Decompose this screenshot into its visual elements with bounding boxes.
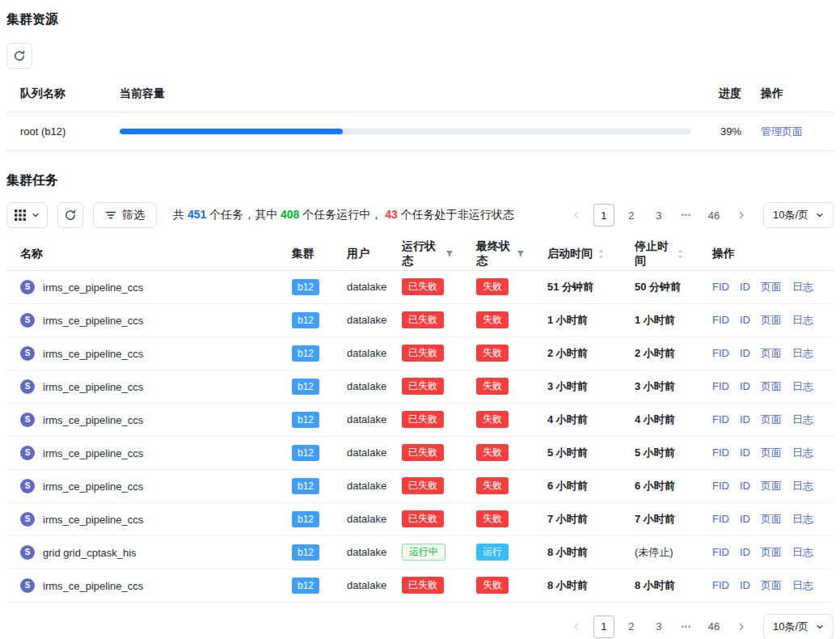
pagination-page-1[interactable]: 1 — [593, 204, 614, 226]
pagination-ellipsis[interactable]: ••• — [676, 204, 697, 226]
manage-page-link[interactable]: 管理页面 — [761, 125, 803, 138]
task-row: Sirms_ce_pipeline_ccs b12 datalake 已失败 失… — [6, 270, 834, 303]
user-col-header: 用户 — [333, 238, 388, 270]
fid-link[interactable]: FID — [712, 579, 729, 591]
final-status-badge: 运行 — [476, 544, 509, 561]
page-size-select[interactable]: 10条/页 — [763, 202, 834, 228]
resources-refresh-button[interactable] — [6, 43, 32, 69]
fid-link[interactable]: FID — [712, 446, 729, 459]
layout-dropdown-button[interactable] — [6, 202, 48, 228]
queue-capacity-fill — [120, 129, 343, 134]
page-link[interactable]: 页面 — [761, 380, 782, 392]
pagination-ellipsis[interactable]: ••• — [676, 616, 697, 638]
task-row: Sirms_ce_pipeline_ccs b12 datalake 已失败 失… — [6, 436, 834, 469]
pagination-page-3[interactable]: 3 — [648, 204, 669, 226]
name-col-label: 名称 — [20, 247, 43, 260]
start-time: 51 分钟前 — [547, 281, 593, 293]
id-link[interactable]: ID — [740, 480, 750, 492]
task-name: grid grid_cptask_his — [43, 546, 137, 558]
id-link[interactable]: ID — [740, 314, 750, 326]
spark-avatar-icon: S — [20, 578, 35, 593]
id-link[interactable]: ID — [740, 413, 750, 425]
log-link[interactable]: 日志 — [792, 380, 813, 392]
filter-funnel-icon[interactable] — [445, 249, 454, 259]
log-link[interactable]: 日志 — [792, 413, 813, 425]
actions-col-header: 操作 — [692, 238, 834, 270]
final-status-badge: 失败 — [476, 311, 509, 328]
spark-avatar-icon: S — [20, 313, 35, 328]
fid-link[interactable]: FID — [712, 347, 729, 359]
final-status-badge: 失败 — [476, 577, 509, 594]
task-table: 名称 集群 用户 运行状态 最终状态 — [6, 238, 834, 603]
cluster-col-label: 集群 — [292, 247, 314, 260]
sort-icon[interactable] — [677, 248, 684, 260]
fid-link[interactable]: FID — [712, 546, 729, 558]
log-link[interactable]: 日志 — [792, 281, 813, 293]
fid-link[interactable]: FID — [712, 314, 729, 326]
log-link[interactable]: 日志 — [792, 314, 813, 326]
page-link[interactable]: 页面 — [761, 579, 782, 591]
pagination-next-button[interactable] — [731, 616, 752, 638]
pagination-page-2[interactable]: 2 — [621, 616, 642, 638]
page-size-select[interactable]: 10条/页 — [763, 614, 834, 639]
id-link[interactable]: ID — [740, 513, 750, 525]
start-time: 3 小时前 — [547, 380, 588, 392]
id-link[interactable]: ID — [740, 546, 750, 558]
log-link[interactable]: 日志 — [792, 579, 813, 591]
task-table-body: Sirms_ce_pipeline_ccs b12 datalake 已失败 失… — [6, 270, 834, 602]
filter-funnel-icon[interactable] — [516, 249, 526, 259]
page-link[interactable]: 页面 — [761, 446, 782, 459]
task-row: Sgrid grid_cptask_his b12 datalake 运行中 运… — [6, 535, 834, 569]
fid-link[interactable]: FID — [712, 513, 729, 525]
pagination-page-46[interactable]: 46 — [703, 616, 724, 638]
id-link[interactable]: ID — [740, 446, 750, 459]
id-link[interactable]: ID — [740, 281, 750, 293]
run-status-badge: 已失败 — [402, 345, 444, 362]
log-link[interactable]: 日志 — [792, 546, 813, 558]
fid-link[interactable]: FID — [712, 380, 729, 392]
stop-time-col-header: 停止时间 — [621, 238, 692, 270]
task-name: irms_ce_pipeline_ccs — [43, 380, 143, 392]
tasks-toolbar: 筛选 共 451 个任务，其中 408 个任务运行中， 43 个任务处于非运行状… — [6, 202, 834, 228]
filter-button[interactable]: 筛选 — [93, 202, 157, 228]
fid-link[interactable]: FID — [712, 281, 729, 293]
tasks-refresh-button[interactable] — [57, 202, 83, 228]
pagination-page-3[interactable]: 3 — [648, 616, 669, 638]
log-link[interactable]: 日志 — [792, 513, 813, 525]
final-status-col-label: 最终状态 — [476, 239, 511, 269]
pagination-prev-button[interactable] — [566, 204, 587, 226]
pagination-bottom: 123•••4610条/页 — [6, 614, 834, 639]
pagination-page-2[interactable]: 2 — [621, 204, 642, 226]
log-link[interactable]: 日志 — [792, 446, 813, 459]
page-link[interactable]: 页面 — [761, 347, 782, 359]
fid-link[interactable]: FID — [712, 413, 729, 425]
page-link[interactable]: 页面 — [761, 480, 782, 492]
log-link[interactable]: 日志 — [792, 480, 813, 492]
id-link[interactable]: ID — [740, 579, 750, 591]
task-name: irms_ce_pipeline_ccs — [43, 579, 143, 591]
page-link[interactable]: 页面 — [761, 314, 782, 326]
start-time: 4 小时前 — [547, 413, 588, 425]
task-row: Sirms_ce_pipeline_ccs b12 datalake 已失败 失… — [6, 469, 834, 502]
pagination-next-button[interactable] — [731, 204, 752, 226]
stop-time-col-label: 停止时间 — [635, 239, 672, 269]
log-link[interactable]: 日志 — [792, 347, 813, 359]
page-link[interactable]: 页面 — [761, 413, 782, 425]
page-link[interactable]: 页面 — [761, 281, 782, 293]
pagination-page-1[interactable]: 1 — [593, 616, 614, 638]
sort-icon[interactable] — [597, 248, 605, 260]
id-link[interactable]: ID — [740, 380, 750, 392]
run-status-badge: 运行中 — [402, 544, 445, 561]
page-link[interactable]: 页面 — [761, 546, 782, 558]
task-user: datalake — [347, 513, 386, 525]
page-link[interactable]: 页面 — [761, 513, 782, 525]
pagination-prev-button[interactable] — [566, 616, 587, 638]
pagination-page-46[interactable]: 46 — [703, 204, 724, 226]
id-link[interactable]: ID — [740, 347, 750, 359]
cluster-resources-section: 集群资源 队列名称 当前容量 进度 操作 roo — [6, 11, 834, 151]
fid-link[interactable]: FID — [712, 480, 729, 492]
task-user: datalake — [347, 314, 386, 326]
start-time: 8 小时前 — [547, 546, 588, 558]
final-status-badge: 失败 — [476, 411, 509, 428]
run-status-col-label: 运行状态 — [402, 239, 440, 269]
